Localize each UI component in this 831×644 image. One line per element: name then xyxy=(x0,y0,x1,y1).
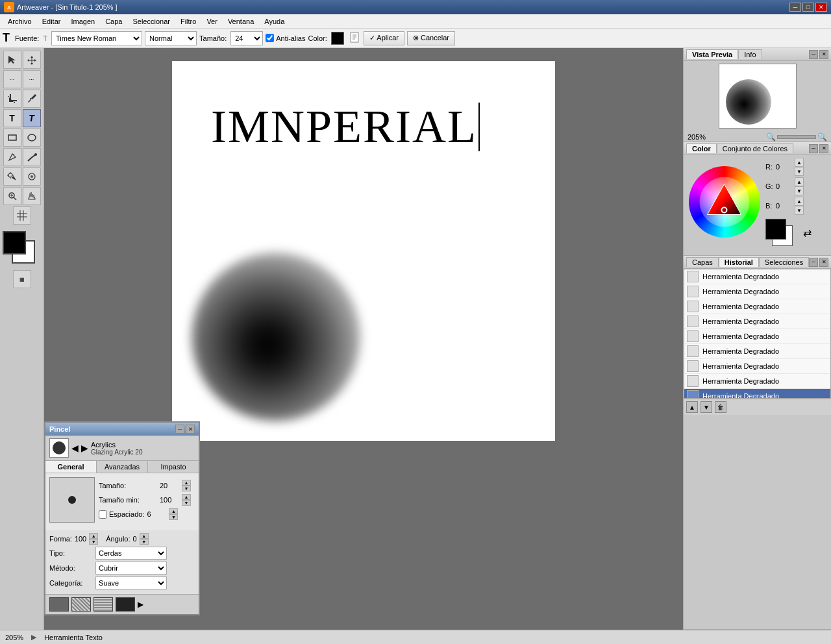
select-tool[interactable] xyxy=(3,51,21,69)
history-delete-btn[interactable]: 🗑 xyxy=(715,401,726,413)
tab-impasto[interactable]: Impasto xyxy=(148,461,199,473)
b-up[interactable]: ▲ xyxy=(795,197,804,206)
rectangle-tool[interactable] xyxy=(3,129,21,147)
eyedropper-tool[interactable] xyxy=(23,90,41,108)
brush-texture-4[interactable] xyxy=(116,597,135,612)
menu-ayuda[interactable]: Ayuda xyxy=(259,16,290,27)
swap-colors-button[interactable]: ⇄ xyxy=(803,227,812,239)
b-down[interactable]: ▼ xyxy=(795,206,804,215)
history-item-2[interactable]: Herramienta Degradado xyxy=(684,284,830,299)
brush-prev-arrow[interactable]: ◀ xyxy=(71,443,79,453)
window-controls[interactable]: ─ □ ✕ xyxy=(789,3,827,12)
brush-texture-2[interactable] xyxy=(71,597,91,612)
style-selector[interactable]: Normal xyxy=(145,31,197,45)
font-selector[interactable]: Times New Roman xyxy=(51,31,142,45)
color-swatch[interactable] xyxy=(331,32,344,45)
history-item-5[interactable]: Herramienta Degradado xyxy=(684,329,830,344)
size-selector[interactable]: 24 xyxy=(230,31,263,45)
history-item-8[interactable]: Herramienta Degradado xyxy=(684,374,830,389)
close-button[interactable]: ✕ xyxy=(815,3,827,12)
tab-color[interactable]: Color xyxy=(686,143,717,153)
size-down[interactable]: ▼ xyxy=(182,486,191,491)
spacing-spinner[interactable]: ▲ ▼ xyxy=(169,508,178,520)
size-spinner[interactable]: ▲ ▼ xyxy=(182,480,191,491)
brush-texture-1[interactable] xyxy=(49,597,69,612)
angulo-spinner[interactable]: ▲ ▼ xyxy=(140,533,149,545)
zoom-slider[interactable] xyxy=(777,135,816,139)
antialias-checkbox[interactable] xyxy=(266,34,274,42)
canvas-paper[interactable]: IMNPERIAL xyxy=(172,61,555,441)
history-minimize[interactable]: ─ xyxy=(809,258,818,267)
menu-archivo[interactable]: Archivo xyxy=(3,16,37,27)
brush-next-arrow[interactable]: ▶ xyxy=(81,443,88,453)
pattern-tool[interactable]: ▦ xyxy=(13,270,31,288)
b-spinner[interactable]: ▲ ▼ xyxy=(795,197,804,215)
angulo-down[interactable]: ▼ xyxy=(140,539,149,545)
g-spinner[interactable]: ▲ ▼ xyxy=(795,177,804,195)
g-down[interactable]: ▼ xyxy=(795,186,804,195)
lasso-tool[interactable]: ··· xyxy=(3,70,21,88)
tipo-selector[interactable]: Cerdas xyxy=(95,547,167,560)
cancel-button[interactable]: ⊗ Cancelar xyxy=(407,31,455,45)
forma-up[interactable]: ▲ xyxy=(89,533,98,539)
spacing-down[interactable]: ▼ xyxy=(169,514,178,520)
crop-tool[interactable] xyxy=(3,90,21,108)
size-min-down[interactable]: ▼ xyxy=(182,500,191,506)
tab-conjunto-colores[interactable]: Conjunto de Colores xyxy=(717,143,793,153)
history-item-1[interactable]: Herramienta Degradado xyxy=(684,269,830,284)
history-item-7[interactable]: Herramienta Degradado xyxy=(684,359,830,374)
preview-close[interactable]: ✕ xyxy=(819,50,828,59)
spacing-checkbox-label[interactable]: Espaciado: xyxy=(99,510,144,519)
maximize-button[interactable]: □ xyxy=(802,3,814,12)
antialias-label[interactable]: Anti-alias xyxy=(266,34,305,42)
foreground-color-swatch[interactable] xyxy=(3,231,26,254)
history-item-4[interactable]: Herramienta Degradado xyxy=(684,314,830,329)
text-tool[interactable]: T xyxy=(3,109,21,127)
pattern-brush[interactable]: ▦ xyxy=(13,270,31,288)
magic-wand-tool[interactable]: ··· xyxy=(23,70,41,88)
size-min-spinner[interactable]: ▲ ▼ xyxy=(182,494,191,506)
menu-imagen[interactable]: Imagen xyxy=(66,16,100,27)
angulo-up[interactable]: ▲ xyxy=(140,533,149,539)
zoom-in-icon[interactable]: 🔍 xyxy=(817,132,827,142)
menu-capa[interactable]: Capa xyxy=(100,16,127,27)
fg-mini-swatch[interactable] xyxy=(765,219,786,240)
r-down[interactable]: ▼ xyxy=(795,167,804,176)
tab-capas[interactable]: Capas xyxy=(686,257,719,267)
history-up-btn[interactable]: ▲ xyxy=(686,401,698,413)
apply-button[interactable]: ✓ Aplicar xyxy=(364,31,404,45)
menu-ver[interactable]: Ver xyxy=(201,16,223,27)
metodo-selector[interactable]: Cubrir xyxy=(95,562,167,575)
menu-seleccionar[interactable]: Seleccionar xyxy=(127,16,175,27)
minimize-button[interactable]: ─ xyxy=(789,3,801,12)
zoom-tool[interactable] xyxy=(3,187,21,205)
pincel-minimize[interactable]: ─ xyxy=(175,425,184,434)
tab-historial[interactable]: Historial xyxy=(719,257,759,267)
menu-ventana[interactable]: Ventana xyxy=(223,16,259,27)
brush-shape-preview[interactable] xyxy=(49,477,95,523)
size-min-up[interactable]: ▲ xyxy=(182,494,191,500)
brush-preview[interactable] xyxy=(49,438,69,458)
smudge-tool[interactable] xyxy=(23,148,41,166)
history-item-9[interactable]: Herramienta Degradado xyxy=(684,389,830,399)
g-up[interactable]: ▲ xyxy=(795,177,804,186)
hand-tool[interactable] xyxy=(23,187,41,205)
color-close[interactable]: ✕ xyxy=(819,144,828,153)
blur-tool[interactable] xyxy=(23,167,41,186)
history-item-3[interactable]: Herramienta Degradado xyxy=(684,299,830,314)
history-item-6[interactable]: Herramienta Degradado xyxy=(684,344,830,359)
color-triangle[interactable] xyxy=(704,181,746,223)
color-minimize[interactable]: ─ xyxy=(809,144,818,153)
r-spinner[interactable]: ▲ ▼ xyxy=(795,158,804,176)
categoria-selector[interactable]: Suave xyxy=(95,576,167,589)
tab-general[interactable]: General xyxy=(45,461,97,473)
grid-tool[interactable] xyxy=(13,206,31,225)
pen-tool[interactable] xyxy=(3,148,21,166)
spacing-up[interactable]: ▲ xyxy=(169,508,178,514)
zoom-out-icon[interactable]: 🔍 xyxy=(766,132,776,142)
text-tool-active[interactable]: T xyxy=(23,109,41,127)
clone-tool[interactable] xyxy=(3,167,21,186)
brush-expand-arrow[interactable]: ▶ xyxy=(138,600,143,609)
tab-selecciones[interactable]: Selecciones xyxy=(759,257,809,267)
r-up[interactable]: ▲ xyxy=(795,158,804,167)
